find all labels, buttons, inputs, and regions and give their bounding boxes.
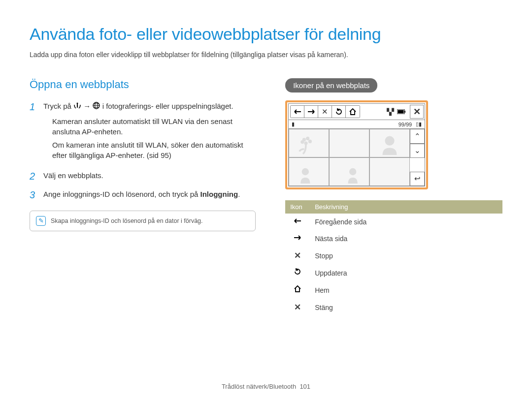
step-1-pre: Tryck på bbox=[43, 102, 73, 110]
refresh-icon bbox=[285, 264, 310, 281]
thumb-person-2[interactable] bbox=[329, 157, 369, 186]
section-heading: Öppna en webbplats bbox=[30, 78, 256, 91]
scroll-up-icon[interactable]: ⌃ bbox=[410, 129, 425, 144]
footer-page: 101 bbox=[299, 383, 310, 390]
stop-icon: ✕ bbox=[285, 247, 310, 264]
footer-section: Trådlöst nätverk/Bluetooth bbox=[222, 383, 296, 390]
svg-rect-8 bbox=[398, 110, 404, 113]
svg-rect-0 bbox=[77, 104, 78, 108]
step-3-pre: Ange inloggnings-ID och lösenord, och tr… bbox=[43, 190, 200, 198]
next-page-icon bbox=[285, 230, 310, 247]
table-row: ✕ Stäng bbox=[285, 299, 502, 316]
thumb-blank[interactable] bbox=[329, 129, 369, 157]
battery-icon bbox=[397, 108, 406, 116]
close-icon[interactable]: ✕ bbox=[410, 105, 424, 119]
svg-point-14 bbox=[300, 140, 304, 144]
step-1-sub-1: Kameran ansluter automatiskt till WLAN v… bbox=[52, 116, 256, 137]
page-title: Använda foto- eller videowebbplatser för… bbox=[30, 25, 502, 44]
thumb-person-1[interactable] bbox=[289, 157, 329, 186]
counter: 99/99 bbox=[399, 122, 412, 127]
left-column: Öppna en webbplats 1 Tryck på → i fotogr… bbox=[30, 78, 256, 316]
step-1-post: i fotograferings- eller uppspelningsläge… bbox=[102, 102, 233, 110]
toolbar-group: ✕ bbox=[290, 105, 360, 118]
home-icon[interactable] bbox=[346, 106, 360, 118]
scroll-down-icon[interactable]: ⌄ bbox=[410, 144, 425, 158]
stop-icon[interactable]: ✕ bbox=[318, 106, 332, 118]
svg-rect-9 bbox=[404, 111, 405, 113]
row-desc: Hem bbox=[310, 281, 502, 299]
svg-point-16 bbox=[302, 168, 309, 175]
back-icon[interactable]: ↩ bbox=[410, 172, 425, 186]
right-column: Ikoner på en webbplats ✕ ▝▞ ✕ bbox=[285, 78, 502, 316]
home-icon bbox=[285, 281, 310, 299]
subsection-pill: Ikoner på en webbplats bbox=[285, 78, 377, 93]
table-row: Nästa sida bbox=[285, 230, 502, 247]
row-desc: Stäng bbox=[310, 299, 502, 316]
step-3-post: . bbox=[238, 190, 240, 198]
table-header-desc: Beskrivning bbox=[310, 200, 502, 214]
thumb-flower[interactable] bbox=[289, 129, 329, 157]
folder-icon: ▮ bbox=[292, 121, 295, 127]
step-3: 3 Ange inloggnings-ID och lösenord, och … bbox=[30, 189, 256, 201]
note-icon: ✎ bbox=[36, 216, 46, 226]
next-page-icon[interactable] bbox=[304, 106, 318, 118]
device-screenshot: ✕ ▝▞ ✕ ▮ 99/99 ▯▮ bbox=[285, 100, 428, 189]
note-box: ✎ Skapa inloggnings-ID och lösenord på e… bbox=[30, 211, 256, 231]
page-intro: Ladda upp dina foton eller videoklipp ti… bbox=[30, 51, 502, 59]
prev-page-icon bbox=[285, 214, 310, 230]
step-number: 1 bbox=[30, 101, 38, 163]
step-2: 2 Välj en webbplats. bbox=[30, 170, 256, 182]
step-number: 2 bbox=[30, 170, 38, 182]
step-1-sub-2: Om kameran inte anslutit till WLAN, söke… bbox=[52, 140, 256, 160]
step-1-arrow: → bbox=[83, 102, 93, 110]
table-row: Föregående sida bbox=[285, 214, 502, 230]
note-text: Skapa inloggnings-ID och lösenord på en … bbox=[51, 217, 203, 224]
refresh-icon[interactable] bbox=[332, 106, 346, 118]
svg-point-15 bbox=[385, 136, 395, 146]
row-desc: Föregående sida bbox=[310, 214, 502, 230]
svg-point-17 bbox=[349, 168, 356, 175]
thumbnail-grid bbox=[289, 129, 410, 186]
table-header-icon: Ikon bbox=[285, 200, 310, 214]
icon-description-table: Ikon Beskrivning Föregående sida Nästa s… bbox=[285, 200, 502, 316]
row-desc: Nästa sida bbox=[310, 230, 502, 247]
step-1: 1 Tryck på → i fotograferings- eller upp… bbox=[30, 101, 256, 163]
svg-point-12 bbox=[308, 140, 312, 143]
prev-page-icon[interactable] bbox=[291, 106, 304, 118]
wifi-icon bbox=[73, 101, 81, 112]
signal-icon: ▝▞ bbox=[384, 108, 394, 116]
row-desc: Uppdatera bbox=[310, 264, 502, 281]
table-row: Uppdatera bbox=[285, 264, 502, 281]
thumb-blank-2[interactable] bbox=[369, 157, 410, 186]
step-2-text: Välj en webbplats. bbox=[43, 170, 256, 182]
thumb-portrait[interactable] bbox=[369, 129, 410, 157]
svg-point-1 bbox=[77, 103, 78, 104]
globe-icon bbox=[93, 101, 100, 112]
step-3-bold: Inloggning bbox=[200, 190, 238, 198]
page-footer: Trådlöst nätverk/Bluetooth 101 bbox=[0, 383, 532, 390]
row-desc: Stopp bbox=[310, 247, 502, 264]
svg-point-11 bbox=[306, 137, 309, 140]
step-number: 3 bbox=[30, 189, 38, 201]
table-row: ✕ Stopp bbox=[285, 247, 502, 264]
table-row: Hem bbox=[285, 281, 502, 299]
library-icon: ▯▮ bbox=[416, 121, 422, 127]
close-icon: ✕ bbox=[285, 299, 310, 316]
